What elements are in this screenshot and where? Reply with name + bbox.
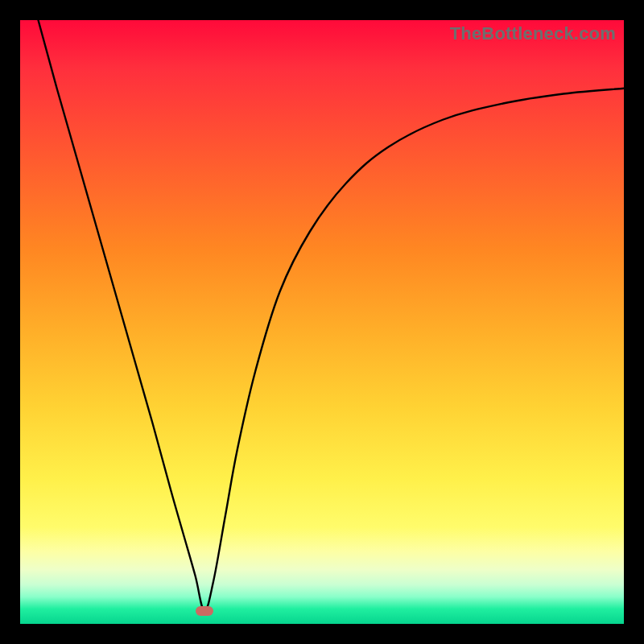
bottleneck-curve — [39, 20, 625, 611]
chart-frame: TheBottleneck.com — [0, 0, 644, 644]
plot-area: TheBottleneck.com — [20, 20, 624, 624]
optimal-point-marker — [196, 606, 213, 616]
curve-svg — [20, 20, 624, 624]
